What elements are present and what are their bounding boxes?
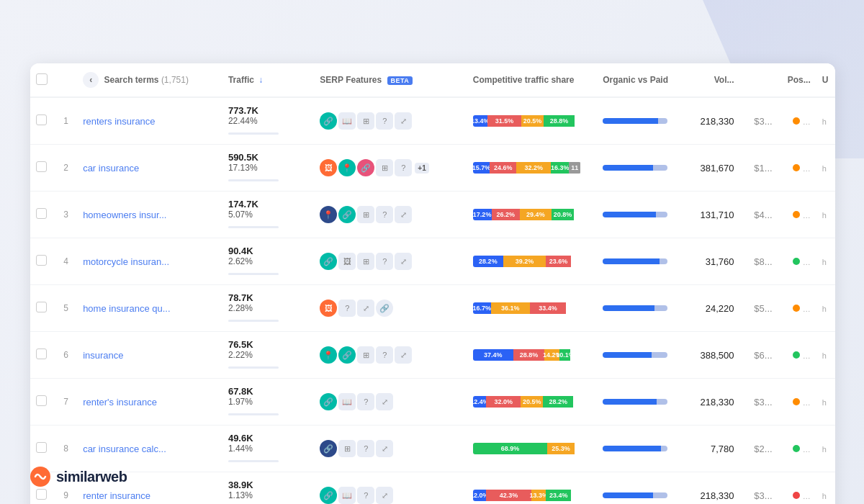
row-number: 8: [55, 426, 77, 472]
comp-bar: 68.9%25.3%: [473, 443, 581, 454]
term-link[interactable]: motorcycle insuran...: [83, 256, 169, 267]
row-comp: 37.4%28.8%14.2%10.1%: [467, 332, 598, 379]
header-search-terms[interactable]: ‹ Search terms (1,751): [77, 63, 222, 97]
position-dot: [793, 445, 800, 452]
row-ellipsis[interactable]: …: [803, 492, 811, 500]
term-link[interactable]: home insurance qu...: [83, 303, 170, 314]
row-vol: 381,670: [679, 145, 740, 192]
row-term[interactable]: car insurance: [77, 145, 222, 192]
row-checkbox[interactable]: [36, 302, 47, 312]
image-orange-icon: 🖼: [320, 300, 337, 317]
row-comp: 68.9%25.3%: [467, 426, 598, 472]
row-ellipsis[interactable]: …: [803, 164, 811, 173]
cpc-value: $1...: [754, 163, 772, 174]
traffic-percent: 1.44%: [228, 444, 308, 454]
row-checkbox[interactable]: [36, 395, 47, 406]
header-last: U: [816, 63, 835, 97]
position-dot: [793, 164, 800, 171]
back-button[interactable]: ‹: [83, 72, 99, 88]
select-all-checkbox[interactable]: [36, 73, 48, 85]
term-link[interactable]: car insurance calc...: [83, 444, 166, 454]
table-header: ‹ Search terms (1,751) Traffic ↓ SERP Fe…: [30, 63, 835, 97]
traffic-bar-wrap: [228, 320, 279, 322]
row-checkbox[interactable]: [36, 442, 47, 453]
row-traffic: 38.9K 1.13%: [222, 472, 314, 505]
comp-segment: 15.7%: [473, 162, 490, 174]
link-grey-icon: 🔗: [376, 300, 393, 317]
row-number: 4: [55, 238, 77, 285]
link-teal-icon: 🔗: [320, 393, 337, 410]
term-link[interactable]: renters insurance: [83, 116, 155, 127]
row-term[interactable]: home insurance qu...: [77, 285, 222, 332]
term-link[interactable]: renter insurance: [83, 490, 150, 501]
question-grey-icon: ?: [376, 253, 393, 270]
term-link[interactable]: car insurance: [83, 163, 139, 174]
similarweb-logo-icon: [30, 467, 50, 487]
row-ellipsis[interactable]: …: [803, 211, 811, 220]
paid-segment: [654, 305, 667, 311]
header-vol[interactable]: Vol...: [679, 63, 740, 97]
organic-segment: [603, 165, 653, 171]
row-number: 5: [55, 285, 77, 332]
grid-grey-icon: ⊞: [357, 112, 374, 130]
row-last-value: h: [822, 258, 827, 266]
header-cpc[interactable]: [740, 63, 778, 97]
row-orgpaid: [597, 145, 678, 192]
organic-segment: [603, 492, 653, 498]
term-link[interactable]: homeowners insur...: [83, 210, 166, 220]
row-ellipsis[interactable]: …: [803, 351, 811, 360]
row-checkbox-cell: [30, 379, 55, 426]
comp-segment: 12.0%: [473, 490, 486, 501]
row-last-value: h: [822, 351, 827, 360]
traffic-value: 76.5K: [228, 339, 253, 350]
row-checkbox[interactable]: [36, 348, 47, 359]
comp-bar: 17.2%26.2%29.4%20.8%: [473, 209, 581, 220]
term-link[interactable]: insurance: [83, 350, 123, 361]
location-dark-icon: 📍: [320, 206, 337, 223]
header-traffic[interactable]: Traffic ↓: [222, 63, 314, 97]
row-checkbox[interactable]: [36, 255, 47, 266]
traffic-percent: 22.44%: [228, 116, 308, 126]
row-ellipsis[interactable]: …: [803, 445, 811, 454]
row-checkbox[interactable]: [36, 208, 47, 219]
table-row: 4 motorcycle insuran... 90.4K 2.62% 🔗🖼⊞?…: [30, 238, 835, 285]
row-ellipsis[interactable]: …: [803, 258, 811, 266]
table-row: 6 insurance 76.5K 2.22% 📍🔗⊞?⤢ 37.4%28.8%…: [30, 332, 835, 379]
row-last-value: h: [822, 211, 827, 220]
traffic-bar-wrap: [228, 226, 279, 228]
row-checkbox[interactable]: [36, 161, 47, 172]
row-checkbox[interactable]: [36, 489, 47, 500]
row-vol: 218,330: [679, 97, 740, 145]
share-grey-icon: ⤢: [357, 300, 374, 317]
row-number: 3: [55, 192, 77, 238]
row-traffic: 90.4K 2.62%: [222, 238, 314, 285]
row-term[interactable]: motorcycle insuran...: [77, 238, 222, 285]
row-checkbox[interactable]: [36, 114, 47, 125]
question-grey-icon: ?: [376, 206, 393, 223]
row-term[interactable]: renters insurance: [77, 97, 222, 145]
term-link[interactable]: renter's insurance: [83, 397, 157, 408]
row-ellipsis[interactable]: …: [803, 117, 811, 126]
header-pos[interactable]: Pos...: [778, 63, 816, 97]
row-term[interactable]: homeowners insur...: [77, 192, 222, 238]
paid-segment: [658, 118, 668, 124]
row-term[interactable]: renter's insurance: [77, 379, 222, 426]
comp-segment: 12.4%: [473, 396, 487, 408]
link-teal-icon: 🔗: [320, 253, 337, 270]
row-term[interactable]: insurance: [77, 332, 222, 379]
row-last-value: h: [822, 398, 827, 407]
row-term[interactable]: car insurance calc...: [77, 426, 222, 472]
header-serp[interactable]: SERP Features BETA: [314, 63, 467, 97]
row-checkbox-cell: [30, 192, 55, 238]
organic-segment: [603, 352, 652, 358]
traffic-percent: 5.07%: [228, 210, 308, 220]
organic-segment: [603, 399, 657, 405]
header-orgpaid[interactable]: Organic vs Paid: [597, 63, 678, 97]
row-ellipsis[interactable]: …: [803, 398, 811, 407]
header-comp[interactable]: Competitive traffic share: [467, 63, 598, 97]
row-vol: 388,500: [679, 332, 740, 379]
comp-segment: 28.8%: [513, 349, 544, 361]
row-ellipsis[interactable]: …: [803, 305, 811, 313]
table-row: 8 car insurance calc... 49.6K 1.44% 🔗⊞?⤢…: [30, 426, 835, 472]
traffic-bar-wrap: [228, 132, 279, 135]
